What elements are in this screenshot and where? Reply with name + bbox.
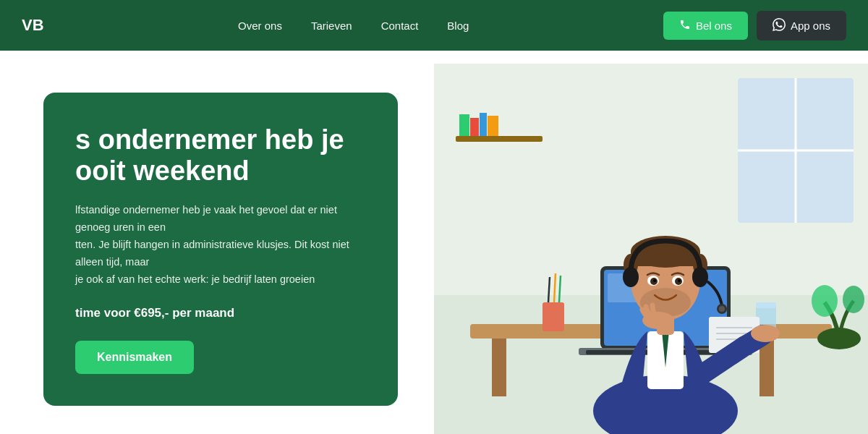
hero-price: time voor €695,- per maand (75, 306, 366, 320)
nav-contact[interactable]: Contact (381, 20, 419, 32)
svg-rect-33 (631, 252, 700, 266)
hero-title-line2: ooit weekend (75, 156, 250, 186)
svg-point-41 (653, 279, 656, 282)
svg-rect-8 (480, 113, 487, 136)
header-buttons: Bel ons App ons (663, 11, 846, 41)
hero-section: s ondernemer heb je ooit weekend lfstand… (0, 64, 868, 434)
svg-rect-23 (756, 302, 776, 308)
bel-ons-button[interactable]: Bel ons (663, 12, 748, 40)
white-stripe (0, 51, 868, 64)
app-ons-button[interactable]: App ons (757, 11, 846, 41)
phone-icon (679, 19, 691, 33)
svg-point-46 (692, 267, 708, 287)
svg-point-48 (719, 306, 725, 312)
svg-point-50 (812, 285, 838, 317)
bel-ons-label: Bel ons (696, 20, 732, 32)
svg-point-42 (678, 279, 681, 282)
kennismaken-button[interactable]: Kennismaken (75, 341, 194, 374)
nav-over-ons[interactable]: Over ons (238, 20, 282, 32)
hero-description: lfstandige ondernemer heb je vaak het ge… (75, 202, 366, 289)
header: VB Over ons Tarieven Contact Blog Bel on… (0, 0, 868, 51)
nav-tarieven[interactable]: Tarieven (311, 20, 352, 32)
hero-left: s ondernemer heb je ooit weekend lfstand… (0, 64, 434, 434)
whatsapp-icon (773, 18, 786, 33)
logo: VB (22, 16, 44, 35)
svg-point-44 (751, 325, 780, 342)
main-nav: Over ons Tarieven Contact Blog (238, 20, 469, 32)
svg-rect-5 (456, 136, 542, 142)
svg-rect-11 (492, 339, 506, 396)
svg-point-45 (623, 267, 639, 287)
svg-rect-6 (459, 114, 469, 136)
app-ons-label: App ons (791, 20, 830, 32)
svg-point-51 (843, 286, 864, 313)
hero-image (434, 64, 868, 434)
svg-rect-18 (542, 302, 564, 331)
hero-right (434, 64, 868, 434)
hero-card: s ondernemer heb je ooit weekend lfstand… (43, 93, 398, 406)
svg-rect-9 (488, 116, 498, 136)
nav-blog[interactable]: Blog (447, 20, 469, 32)
hero-title-line1: s ondernemer heb je (75, 124, 344, 155)
hero-title: s ondernemer heb je ooit weekend (75, 124, 366, 187)
svg-rect-7 (470, 118, 479, 136)
